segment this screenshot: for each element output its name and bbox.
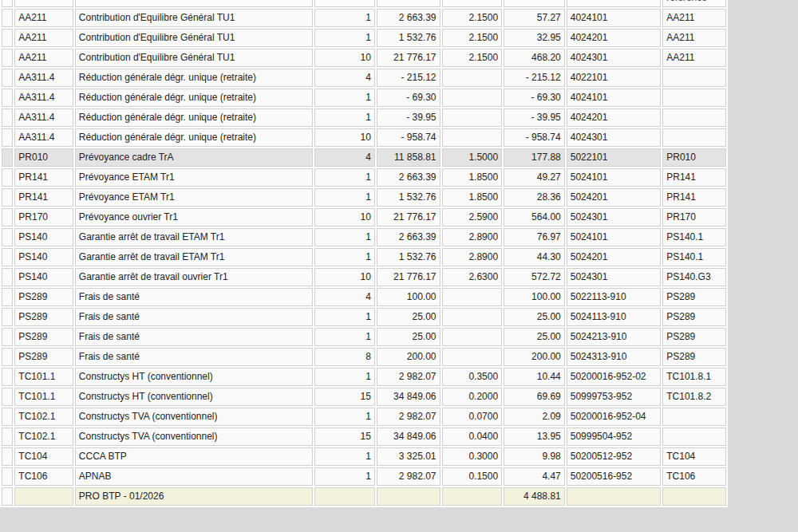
cell-account: 50999504-952 xyxy=(567,428,662,446)
cell-label: Prévoyance ETAM Tr1 xyxy=(75,188,313,207)
table-row[interactable]: AA311.4Réduction générale dégr. unique (… xyxy=(2,108,726,127)
cell-code: PS140 xyxy=(14,248,73,266)
cell-ref xyxy=(662,487,726,506)
cell-code: TC106 xyxy=(14,467,73,486)
cell-label: Frais de santé xyxy=(75,328,313,346)
cell-rate: 2.5900 xyxy=(442,208,503,227)
cell-label: Garantie arrêt de travail ouvrier Tr1 xyxy=(75,268,313,286)
table-row[interactable]: PS289Frais de santé4100.00100.005022113-… xyxy=(2,288,726,306)
table-row[interactable]: AA211Contribution d'Equilibre Général TU… xyxy=(2,9,726,27)
cell-qty: 1 xyxy=(314,29,375,47)
cell-code: PS140 xyxy=(14,268,73,286)
table-row[interactable]: AA211Contribution d'Equilibre Général TU… xyxy=(2,49,726,67)
header-amount-cell xyxy=(504,0,565,7)
total-label-cell: PRO BTP - 01/2026 xyxy=(75,487,313,506)
cell-code: AA211 xyxy=(14,9,73,27)
cell-rate: 0.1500 xyxy=(442,467,503,486)
cell-code: AA311.4 xyxy=(14,69,73,87)
cell-rate: 2.8900 xyxy=(442,248,503,266)
cell-amount: 25.00 xyxy=(504,308,565,326)
table-row[interactable]: AA211Contribution d'Equilibre Général TU… xyxy=(2,29,726,47)
cell-base: - 958.74 xyxy=(377,128,440,147)
cell-qty: 4 xyxy=(314,148,375,167)
cell-account: 5024201 xyxy=(567,188,662,207)
table-row[interactable]: PS289Frais de santé125.0025.005024213-91… xyxy=(2,328,726,346)
table-row[interactable]: PS140Garantie arrêt de travail ouvrier T… xyxy=(2,268,726,286)
cell-qty: 4 xyxy=(314,69,375,87)
cell-ref: PR010 xyxy=(662,148,726,167)
table-row[interactable]: AA311.4Réduction générale dégr. unique (… xyxy=(2,69,726,87)
cell-label: CCCA BTP xyxy=(75,447,313,466)
cell-label: Contribution d'Equilibre Général TU1 xyxy=(75,49,313,67)
cell-ref: PS289 xyxy=(662,328,726,346)
cell-account: 5024313-910 xyxy=(567,348,662,366)
cell-code: TC102.1 xyxy=(14,408,73,426)
cell-amount: 28.36 xyxy=(504,188,565,207)
cell-qty: 1 xyxy=(314,328,375,346)
cell-base: - 215.12 xyxy=(377,69,440,87)
cell-qty: 1 xyxy=(314,467,375,486)
cell-qty: 1 xyxy=(314,308,375,326)
table-row[interactable]: PS140Garantie arrêt de travail ETAM Tr11… xyxy=(2,248,726,266)
cell-qty: 10 xyxy=(314,128,375,147)
cell-amount: 9.98 xyxy=(504,447,565,466)
cell-rate: 2.8900 xyxy=(442,228,503,246)
header-spacer-cell xyxy=(2,0,13,7)
table-row[interactable]: PS140Garantie arrêt de travail ETAM Tr11… xyxy=(2,228,726,246)
cell-code: TC104 xyxy=(14,447,73,466)
table-row[interactable]: PS289Frais de santé8200.00200.005024313-… xyxy=(2,348,726,366)
cell-code: PR010 xyxy=(14,148,73,167)
cell-code: TC101.1 xyxy=(14,368,73,386)
cell-base: 11 858.81 xyxy=(377,148,440,167)
table-row[interactable]: TC101.1Constructys HT (conventionnel)153… xyxy=(2,388,726,406)
cell-base: 1 532.76 xyxy=(377,248,440,266)
cell-code: AA211 xyxy=(14,29,73,47)
cell-account: 50999753-952 xyxy=(567,388,662,406)
table-row[interactable]: TC104CCCA BTP13 325.010.30009.9850200512… xyxy=(2,447,726,466)
table-row[interactable]: PR141Prévoyance ETAM Tr111 532.761.85002… xyxy=(2,188,726,207)
cell-code: PS289 xyxy=(14,348,73,366)
cell-base: 200.00 xyxy=(377,348,440,366)
cell-amount: 100.00 xyxy=(504,288,565,306)
cell-amount: 57.27 xyxy=(504,9,565,27)
cell-label: Garantie arrêt de travail ETAM Tr1 xyxy=(75,228,313,246)
cell-ref: AA211 xyxy=(662,29,726,47)
cell-qty: 1 xyxy=(314,108,375,127)
table-row[interactable]: AA311.4Réduction générale dégr. unique (… xyxy=(2,89,726,107)
table-row[interactable]: PR141Prévoyance ETAM Tr112 663.391.85004… xyxy=(2,168,726,187)
cell-qty: 1 xyxy=(314,447,375,466)
cell-account: 4024301 xyxy=(567,49,662,67)
row-spacer-cell xyxy=(2,29,13,47)
cell-ref: TC101.8.1 xyxy=(662,368,726,386)
cell-account: 4024201 xyxy=(567,108,662,127)
table-row[interactable]: TC106APNAB12 982.070.15004.4750200516-95… xyxy=(2,467,726,486)
table-row[interactable]: PR010Prévoyance cadre TrA411 858.811.500… xyxy=(2,148,726,167)
cell-base xyxy=(377,487,440,506)
cell-label: Constructys TVA (conventionnel) xyxy=(75,408,313,426)
cell-code: PR141 xyxy=(14,188,73,207)
cell-ref: TC104 xyxy=(662,447,726,466)
cell-amount: 32.95 xyxy=(504,29,565,47)
cell-label: Constructys HT (conventionnel) xyxy=(75,388,313,406)
cell-account: 5024101 xyxy=(567,168,662,187)
table-row[interactable]: TC102.1Constructys TVA (conventionnel)12… xyxy=(2,408,726,426)
header-label-cell xyxy=(75,0,313,7)
header-code-cell xyxy=(14,0,73,7)
cell-code: AA211 xyxy=(14,49,73,67)
cell-amount: 44.30 xyxy=(504,248,565,266)
table-row[interactable]: AA311.4Réduction générale dégr. unique (… xyxy=(2,128,726,147)
table-row[interactable]: PR170Prévoyance ouvrier Tr11021 776.172.… xyxy=(2,208,726,227)
table-row[interactable]: TC102.1Constructys TVA (conventionnel)15… xyxy=(2,428,726,446)
table-row[interactable]: TC101.1Constructys HT (conventionnel)12 … xyxy=(2,368,726,386)
total-amount-cell: 4 488.81 xyxy=(504,487,565,506)
cell-ref xyxy=(662,408,726,426)
cell-amount: - 215.12 xyxy=(504,69,565,87)
row-spacer-cell xyxy=(2,208,13,227)
header-reference-cell: référence xyxy=(662,0,726,7)
cell-qty: 1 xyxy=(314,188,375,207)
table-row[interactable]: PS289Frais de santé125.0025.005024113-91… xyxy=(2,308,726,326)
cell-base: 3 325.01 xyxy=(377,447,440,466)
cell-rate: 1.8500 xyxy=(442,188,503,207)
cell-code xyxy=(14,487,73,506)
cell-qty: 10 xyxy=(314,49,375,67)
